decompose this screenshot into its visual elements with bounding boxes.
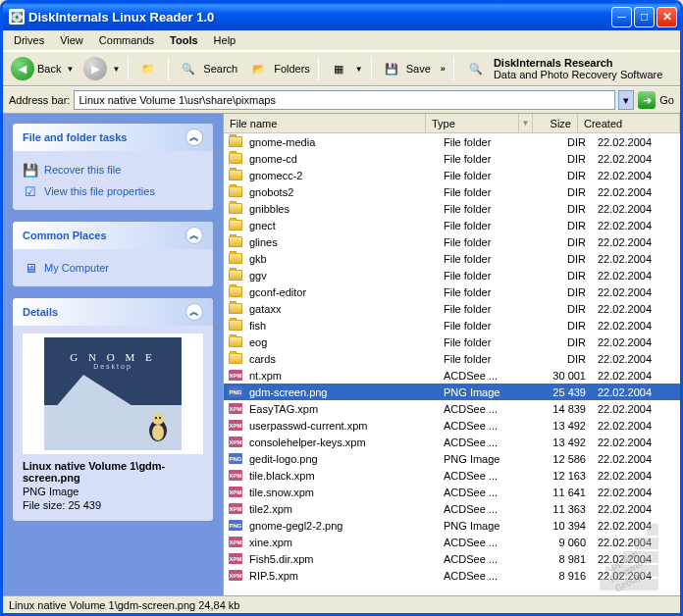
table-row[interactable]: fishFile folderDIR22.02.2004	[224, 317, 680, 334]
table-row[interactable]: XPMEasyTAG.xpmACDSee ...14 83922.02.2004	[224, 400, 680, 417]
menu-drives[interactable]: Drives	[7, 32, 51, 48]
places-title: Common Places	[23, 230, 107, 241]
back-button[interactable]: ◄ Back ▼	[7, 54, 78, 83]
file-size: DIR	[545, 286, 590, 298]
details-path: Linux native Volume 1\gdm-screen.png	[23, 460, 203, 484]
png-icon: PNG	[228, 385, 243, 399]
maximize-button[interactable]: □	[634, 7, 655, 27]
table-row[interactable]: gnomecc-2File folderDIR22.02.2004	[224, 167, 680, 183]
my-computer-link[interactable]: 🖥 My Computer	[23, 257, 203, 279]
file-created: 22.02.2004	[590, 436, 680, 448]
menu-tools[interactable]: Tools	[163, 32, 205, 48]
table-row[interactable]: gnome-mediaFile folderDIR22.02.2004	[224, 133, 680, 150]
table-row[interactable]: ggvFile folderDIR22.02.2004	[224, 267, 680, 283]
table-row[interactable]: XPMRIP.5.xpmACDSee ...8 91622.02.2004	[224, 567, 680, 584]
file-type: ACDSee ...	[440, 487, 545, 498]
search-label: Search	[203, 63, 237, 75]
folder-icon	[228, 169, 243, 182]
status-text: Linux native Volume 1\gdm-screen.png 24,…	[9, 599, 239, 611]
file-name: tile.snow.xpm	[245, 487, 440, 498]
table-row[interactable]: gkbFile folderDIR22.02.2004	[224, 250, 680, 267]
table-row[interactable]: cardsFile folderDIR22.02.2004	[224, 350, 680, 367]
table-row[interactable]: PNGgedit-logo.pngPNG Image12 58622.02.20…	[224, 450, 680, 467]
forward-dropdown-icon[interactable]: ▼	[112, 65, 120, 74]
table-row[interactable]: XPMnt.xpmACDSee ...30 00122.02.2004	[224, 367, 680, 384]
file-name: gnomecc-2	[245, 170, 440, 181]
column-created[interactable]: Created	[578, 114, 680, 132]
research-title: DiskInternals Research	[494, 57, 613, 69]
address-input[interactable]: Linux native Volume 1\usr\share\pixmaps	[74, 90, 615, 110]
file-type: File folder	[440, 303, 545, 315]
file-size: DIR	[545, 353, 590, 365]
toolbar-overflow-icon[interactable]: »	[437, 64, 449, 74]
minimize-button[interactable]: ─	[611, 7, 632, 27]
file-created: 22.02.2004	[590, 553, 680, 565]
menu-commands[interactable]: Commands	[92, 32, 161, 48]
folder-icon	[228, 302, 243, 316]
forward-button[interactable]: ► ▼	[79, 54, 124, 83]
table-row[interactable]: XPMtile2.xpmACDSee ...11 36322.02.2004	[224, 500, 680, 517]
go-label: Go	[659, 94, 674, 106]
folder-icon	[228, 285, 243, 299]
places-header[interactable]: Common Places ︽	[13, 222, 213, 249]
column-name[interactable]: File name	[224, 114, 426, 132]
file-created: 22.02.2004	[590, 420, 680, 432]
research-link[interactable]: 🔍 DiskInternals Research Data and Photo …	[458, 57, 662, 80]
back-dropdown-icon[interactable]: ▼	[66, 65, 74, 74]
menu-view[interactable]: View	[53, 32, 90, 48]
table-row[interactable]: PNGgnome-gegl2-2.pngPNG Image10 39422.02…	[224, 517, 680, 534]
table-row[interactable]: XPMFish5.dir.xpmACDSee ...8 98122.02.200…	[224, 550, 680, 567]
table-row[interactable]: gataxxFile folderDIR22.02.2004	[224, 300, 680, 317]
close-button[interactable]: ✕	[657, 7, 677, 27]
column-size[interactable]: Size	[533, 114, 578, 132]
collapse-icon[interactable]: ︽	[185, 227, 203, 244]
up-button[interactable]: 📁	[132, 54, 164, 83]
search-button[interactable]: 🔍 Search	[173, 54, 241, 83]
file-name: consolehelper-keys.xpm	[245, 436, 440, 448]
table-row[interactable]: glinesFile folderDIR22.02.2004	[224, 233, 680, 250]
go-button[interactable]: ➔	[638, 91, 656, 109]
file-list[interactable]: gnome-mediaFile folderDIR22.02.2004gnome…	[224, 133, 680, 595]
forward-arrow-icon: ►	[83, 57, 107, 80]
address-dropdown-icon[interactable]: ▾	[618, 90, 634, 110]
table-row[interactable]: gnectFile folderDIR22.02.2004	[224, 217, 680, 233]
column-sort-indicator[interactable]: ▼	[519, 114, 533, 132]
table-row[interactable]: XPMxine.xpmACDSee ...9 06022.02.2004	[224, 534, 680, 550]
table-row[interactable]: gnobots2File folderDIR22.02.2004	[224, 183, 680, 200]
table-row[interactable]: gnome-cdFile folderDIR22.02.2004	[224, 150, 680, 167]
table-row[interactable]: XPMtile.snow.xpmACDSee ...11 64122.02.20…	[224, 484, 680, 500]
toolbar: ◄ Back ▼ ► ▼ 📁 🔍 Search 📂 Folders ▦▼ 💾 S…	[3, 51, 680, 86]
table-row[interactable]: gconf-editorFile folderDIR22.02.2004	[224, 283, 680, 300]
file-properties-link[interactable]: ☑ View this file properties	[23, 180, 203, 202]
xpm-icon: XPM	[228, 486, 243, 499]
file-type: ACDSee ...	[440, 503, 545, 515]
file-size: DIR	[545, 186, 590, 198]
table-row[interactable]: XPMtile.black.xpmACDSee ...12 16322.02.2…	[224, 467, 680, 484]
file-created: 22.02.2004	[590, 153, 680, 165]
details-header[interactable]: Details ︽	[13, 298, 213, 326]
table-row[interactable]: eogFile folderDIR22.02.2004	[224, 334, 680, 350]
file-type: ACDSee ...	[440, 436, 545, 448]
table-row[interactable]: XPMconsolehelper-keys.xpmACDSee ...13 49…	[224, 434, 680, 450]
file-type: ACDSee ...	[440, 553, 545, 565]
titlebar[interactable]: 💽 DiskInternals Linux Reader 1.0 ─ □ ✕	[3, 3, 680, 30]
menu-help[interactable]: Help	[207, 32, 243, 48]
tasks-header[interactable]: File and folder tasks ︽	[13, 124, 213, 151]
file-created: 22.02.2004	[590, 136, 680, 148]
file-type: File folder	[440, 336, 545, 348]
column-type[interactable]: Type	[426, 114, 519, 132]
file-size: DIR	[545, 336, 590, 348]
folder-icon	[228, 185, 243, 199]
table-row[interactable]: gnibblesFile folderDIR22.02.2004	[224, 200, 680, 217]
table-row[interactable]: PNGgdm-screen.pngPNG Image25 43922.02.20…	[224, 384, 680, 400]
file-name: userpasswd-current.xpm	[245, 420, 440, 432]
file-created: 22.02.2004	[590, 236, 680, 248]
folder-icon	[228, 152, 243, 166]
recover-file-link[interactable]: 💾 Recover this file	[23, 159, 203, 180]
save-button[interactable]: 💾 Save	[376, 54, 435, 83]
folders-button[interactable]: 📂 Folders	[243, 54, 314, 83]
table-row[interactable]: XPMuserpasswd-current.xpmACDSee ...13 49…	[224, 417, 680, 434]
collapse-icon[interactable]: ︽	[185, 128, 203, 146]
collapse-icon[interactable]: ︽	[185, 303, 203, 321]
views-button[interactable]: ▦▼	[323, 54, 367, 83]
